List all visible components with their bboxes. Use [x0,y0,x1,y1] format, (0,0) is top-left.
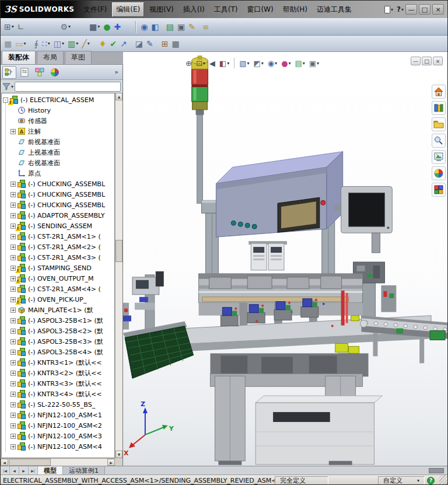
expand-toggle[interactable]: + [10,255,16,260]
expand-toggle[interactable]: + [10,329,16,334]
tab-sketch[interactable]: 草图 [65,51,92,64]
edit-appearance-icon[interactable]: ●▾ [279,57,292,69]
expand-toggle[interactable]: + [10,234,16,239]
scrollbar-stub[interactable] [429,468,444,473]
tree-item[interactable]: 原点 [2,168,114,179]
tree-horizontal-scrollbar[interactable]: ◀ ▶ [1,458,115,466]
propertymanager-tab-icon[interactable] [18,66,32,79]
smart-wand-icon[interactable]: ╱▾ [80,37,91,51]
scrollbar-thumb[interactable] [9,459,51,466]
expand-toggle[interactable]: + [10,182,16,187]
clearance-check-icon[interactable]: ◧ [149,20,160,34]
dropdown-arrow-icon[interactable]: ▾ [227,61,229,66]
measure-ruler-icon[interactable]: ≡ [201,20,211,34]
tree-item[interactable]: +(-) C5T-2R1_ASM<2> ( [2,242,114,252]
sheet-nav-button[interactable]: |◀ [1,466,10,474]
tree-item[interactable]: +(-) KNTR3<2> (默认<< [2,368,114,378]
minimize-button[interactable]: — [405,4,417,15]
tree-item[interactable]: +(-) CHUCKING_ASSEMBL [2,200,114,210]
dropdown-arrow-icon[interactable]: ▾ [48,41,50,46]
close-button[interactable]: × [432,4,444,15]
tree-item[interactable]: +(-) ASPOL3-25B<2> (默 [2,326,114,336]
scrollbar-thumb[interactable] [116,240,123,262]
sheet-nav-button[interactable]: ◀ [10,466,19,474]
dropdown-arrow-icon[interactable]: ▾ [97,24,100,29]
dropdown-arrow-icon[interactable]: ▾ [62,41,64,46]
print-icon[interactable]: ▣ [176,20,187,34]
expand-toggle[interactable]: + [10,381,16,386]
menu-item[interactable]: 窗口(W) [243,2,277,17]
dropdown-arrow-icon[interactable]: ▾ [417,478,419,483]
expand-toggle[interactable]: + [10,423,16,428]
expand-toggle[interactable]: + [10,339,16,344]
menu-item[interactable]: 视图(V) [145,2,178,17]
edit-component-icon[interactable]: ■ [2,37,13,51]
tab-layout[interactable]: 布局 [37,51,64,64]
resize-grip[interactable] [439,475,447,485]
tree-item[interactable]: +(-) OVEN_OUTPUT_M [2,273,114,284]
dropdown-arrow-icon[interactable]: ▾ [303,61,305,66]
new-document-icon[interactable]: ▾ [383,2,395,16]
tree-item[interactable]: +(-) C5T-2R1_ASM<3> ( [2,252,114,263]
expand-toggle[interactable]: + [10,318,16,323]
zoom-fit-icon[interactable]: ⊕ [184,57,194,69]
scroll-left-icon[interactable]: ◀ [1,459,8,466]
search-icon[interactable] [432,134,446,148]
expand-toggle[interactable]: + [10,392,16,397]
tab-model[interactable]: 模型 [38,466,63,474]
view-settings-icon[interactable]: ▣▾ [307,57,321,69]
tree-item[interactable]: +MAIN_PLATE<1> (默 [2,305,114,315]
dropdown-arrow-icon[interactable]: ▾ [203,61,205,66]
smart-fastener-icon[interactable]: ✚ [113,20,123,34]
view-orientation-icon[interactable]: ▧▾ [237,57,251,69]
tree-item[interactable]: +(-) KNTR3<1> (默认<< [2,357,114,368]
insert-component-icon[interactable]: ⊞▾ [2,20,16,34]
tree-item[interactable]: +(-) C5T-2R1_ASM<4> ( [2,284,114,294]
tree-item[interactable]: -(-) ELECTRICAL_ASSEM [2,95,114,105]
tree-item[interactable]: 右视基准面 [2,158,114,168]
model-view[interactable]: Z Y X [123,52,447,466]
quick-tips-icon[interactable]: ? [427,477,435,484]
dropdown-arrow-icon[interactable]: ▾ [275,61,277,66]
featuremanager-tab-icon[interactable] [2,66,16,79]
expand-toggle[interactable]: + [10,434,16,439]
design-table-icon[interactable]: ⊞ [160,37,170,51]
tab-assembly[interactable]: 装配体 [2,51,36,64]
design-library-icon[interactable] [432,101,446,115]
expand-toggle[interactable]: + [10,308,16,313]
display-style-icon[interactable]: ◩▾ [251,57,265,69]
dropdown-arrow-icon[interactable]: ▾ [261,61,264,66]
open-document-icon[interactable]: ▭▾ [13,37,27,51]
menu-item[interactable]: 插入(I) [179,2,209,17]
tree-item[interactable]: +(-) KNTR3<3> (默认<< [2,378,114,389]
tree-item[interactable]: +(-) SENDING_ASSEM [2,221,114,231]
expand-toggle[interactable]: + [10,360,16,365]
dropdown-arrow-icon[interactable]: ▾ [76,41,78,46]
status-check-icon[interactable]: ✔ [108,37,118,51]
previous-view-icon[interactable]: ◀ [208,57,217,69]
file-explorer-icon[interactable] [432,117,446,131]
filter-input[interactable] [15,82,121,92]
maximize-button[interactable]: □ [419,4,430,15]
expand-toggle[interactable]: + [10,371,16,376]
dropdown-arrow-icon[interactable]: ▾ [317,61,319,66]
fastener-key-icon[interactable]: ♦ [97,37,108,51]
library-feature-icon[interactable]: ▥▾ [66,37,80,51]
tree-vertical-scrollbar[interactable]: ▲ ▼ [115,93,123,458]
custom-dropdown[interactable]: 自定义▾ [378,476,425,485]
tree-item[interactable]: History [2,105,114,116]
expand-toggle[interactable]: + [10,192,16,197]
expand-toggle[interactable]: + [10,203,16,208]
section-view-icon[interactable]: ◧▾ [218,57,231,69]
scroll-up-icon[interactable]: ▲ [116,93,123,100]
scroll-down-icon[interactable]: ▼ [116,451,123,458]
displaymanager-tab-icon[interactable] [48,66,62,79]
view-palette-icon[interactable] [432,150,446,164]
motion-icon[interactable]: ↗ [118,37,129,51]
expand-toggle[interactable]: + [10,287,16,292]
sheet-nav-button[interactable]: ▶| [29,466,38,474]
doc-close-button[interactable]: × [433,57,443,65]
tree-item[interactable]: +(-) SL-222-50-55_BS_ [2,399,114,410]
dropdown-arrow-icon[interactable]: ▾ [68,24,71,29]
dropdown-arrow-icon[interactable]: ▾ [391,7,393,12]
